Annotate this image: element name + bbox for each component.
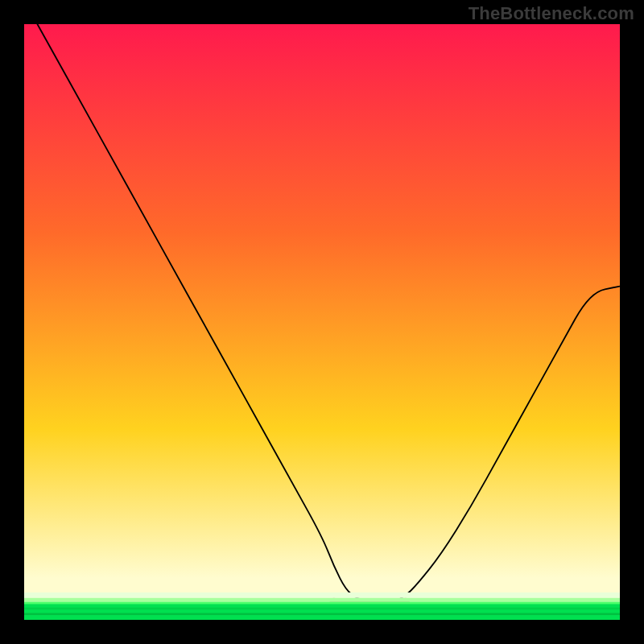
svg-rect-6 <box>24 613 620 616</box>
chart-frame: TheBottleneck.com <box>0 0 644 644</box>
green-baseline-band <box>24 592 620 620</box>
svg-rect-4 <box>24 602 620 605</box>
svg-rect-3 <box>24 602 620 620</box>
svg-rect-1 <box>24 592 620 598</box>
bottleneck-curve <box>24 24 620 602</box>
plot-area <box>24 24 620 620</box>
curve-layer <box>24 24 620 620</box>
svg-rect-5 <box>24 608 620 610</box>
watermark-text: TheBottleneck.com <box>469 3 634 24</box>
svg-rect-2 <box>24 598 620 602</box>
